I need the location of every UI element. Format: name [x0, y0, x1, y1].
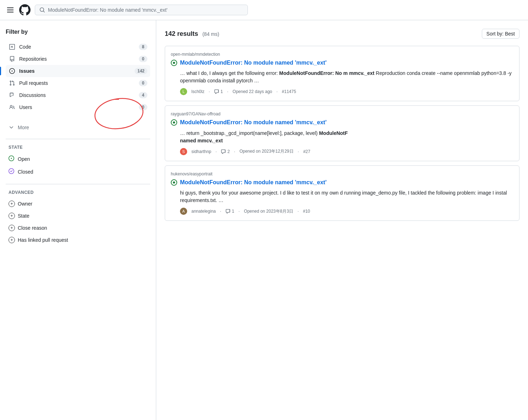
card-dot-4: · [216, 149, 217, 154]
repositories-label: Repositories [19, 56, 135, 62]
issue-icon [9, 68, 16, 74]
results-summary: 142 results (84 ms) [165, 30, 219, 38]
result-card-3: hukenovs/easyportrait ModuleNotFoundErro… [165, 165, 519, 221]
card-opened-1: Opened 22 days ago [233, 89, 272, 94]
svg-text:A: A [182, 209, 185, 213]
card-repo-1: open-mmlab/mmdetection [171, 52, 513, 57]
card-meta-1: L lsch0lz · 1 · Opened 22 days ago · #11… [180, 88, 513, 95]
sidebar-item-discussions[interactable]: Discussions 4 [6, 89, 150, 101]
card-comments-1: 1 [214, 89, 223, 94]
card-snippet-2: … return _bootstrap._gcd_import(name[lev… [180, 130, 513, 144]
card-title-row-2: ModuleNotFoundError: No module named 'mm… [171, 119, 513, 126]
sidebar-item-repositories[interactable]: Repositories 0 [6, 53, 150, 65]
card-author-3: annatelegina [191, 209, 216, 214]
avatar-3: A [180, 208, 187, 215]
advanced-owner[interactable]: + Owner [6, 198, 150, 210]
owner-label: Owner [18, 201, 32, 207]
discussions-count: 4 [139, 92, 147, 98]
discussion-icon [9, 92, 16, 98]
code-label: Code [19, 44, 135, 50]
card-number-2: #27 [303, 149, 310, 154]
card-opened-3: Opened on 2023年8月3日 [244, 208, 293, 214]
card-number-3: #10 [303, 209, 310, 214]
sidebar-item-pull-requests[interactable]: Pull requests 0 [6, 77, 150, 89]
code-count: 8 [139, 44, 147, 50]
sort-button[interactable]: Sort by: Best [482, 29, 519, 39]
state-label: State [18, 213, 29, 219]
users-icon [9, 104, 16, 110]
github-logo[interactable] [19, 4, 31, 16]
card-meta-3: A annatelegina · 1 · Opened on 2023年8月3日… [180, 208, 513, 215]
card-title-2[interactable]: ModuleNotFoundError: No module named 'mm… [180, 119, 327, 126]
users-label: Users [19, 104, 135, 110]
more-button[interactable]: More [6, 122, 150, 133]
sidebar-item-code[interactable]: Code 8 [6, 41, 150, 53]
card-dot-6: · [298, 149, 299, 154]
filter-list: Code 8 Repositories 0 [6, 41, 150, 113]
chevron-down-icon [9, 125, 14, 130]
repositories-count: 0 [139, 56, 147, 62]
results-header: 142 results (84 ms) Sort by: Best [165, 29, 519, 39]
card-comments-2: 2 [221, 149, 230, 154]
svg-text:S: S [182, 149, 185, 154]
state-list: Open Closed [6, 153, 150, 178]
avatar-1: L [180, 88, 187, 95]
advanced-list: + Owner + State + Close reason + Has lin… [6, 198, 150, 246]
issues-label: Issues [19, 68, 131, 74]
plus-circle-owner: + [9, 201, 15, 207]
hamburger-button[interactable] [6, 6, 15, 14]
pr-icon [9, 80, 16, 86]
card-author-1: lsch0lz [191, 89, 205, 94]
results-time: (84 ms) [202, 31, 219, 37]
card-dot-7: · [220, 209, 221, 214]
card-dot-8: · [239, 209, 240, 214]
advanced-section-title: Advanced [9, 190, 147, 195]
search-bar[interactable]: ModuleNotFoundError: No module named 'mm… [35, 5, 248, 15]
card-title-1[interactable]: ModuleNotFoundError: No module named 'mm… [180, 59, 327, 67]
open-state-icon [9, 156, 14, 163]
card-snippet-3: hi guys, thenk you for your awesome proj… [180, 189, 513, 204]
card-repo-2: rayguan97/GANav-offroad [171, 111, 513, 116]
users-count: 0 [139, 104, 147, 110]
card-number-1: #11475 [282, 89, 296, 94]
card-comments-3: 1 [225, 209, 234, 214]
card-author-2: sidharthnp [191, 149, 211, 154]
issue-open-icon-2 [171, 119, 177, 126]
closed-state-icon [9, 168, 14, 175]
discussions-label: Discussions [19, 92, 135, 98]
plus-circle-state: + [9, 213, 15, 219]
card-title-row-3: ModuleNotFoundError: No module named 'mm… [171, 179, 513, 186]
state-section-title: State [9, 145, 147, 150]
closed-label: Closed [18, 169, 33, 175]
advanced-state[interactable]: + State [6, 210, 150, 222]
advanced-close-reason[interactable]: + Close reason [6, 222, 150, 234]
card-repo-3: hukenovs/easyportrait [171, 171, 513, 176]
result-card-2: rayguan97/GANav-offroad ModuleNotFoundEr… [165, 105, 519, 161]
avatar-2: S [180, 148, 187, 155]
search-icon [39, 7, 45, 13]
code-icon [9, 44, 16, 50]
advanced-linked-pr[interactable]: + Has linked pull request [6, 234, 150, 246]
card-dot-1: · [209, 89, 210, 94]
header: ModuleNotFoundError: No module named 'mm… [0, 0, 528, 20]
card-meta-2: S sidharthnp · 2 · Opened on 2023年12月29日… [180, 148, 513, 155]
open-label: Open [18, 156, 30, 162]
svg-text:L: L [183, 89, 185, 94]
issues-count: 142 [135, 68, 147, 74]
card-snippet-1: … what I do, I always get the following … [180, 70, 513, 84]
sidebar-item-issues[interactable]: Issues 142 [6, 65, 150, 77]
card-title-row-1: ModuleNotFoundError: No module named 'mm… [171, 59, 513, 67]
linked-pr-label: Has linked pull request [18, 237, 68, 243]
state-closed[interactable]: Closed [6, 165, 150, 178]
sidebar-item-users[interactable]: Users 0 [6, 101, 150, 113]
plus-circle-close-reason: + [9, 225, 15, 231]
result-card-1: open-mmlab/mmdetection ModuleNotFoundErr… [165, 46, 519, 101]
state-open[interactable]: Open [6, 153, 150, 165]
issue-open-icon-3 [171, 179, 177, 186]
results-panel: 142 results (84 ms) Sort by: Best open-m… [156, 20, 528, 420]
card-dot-9: · [298, 209, 299, 214]
issue-open-icon-1 [171, 60, 177, 66]
repo-icon [9, 56, 16, 62]
card-title-3[interactable]: ModuleNotFoundError: No module named 'mm… [180, 179, 327, 186]
sidebar: Filter by Code 8 Repositori [0, 20, 156, 420]
